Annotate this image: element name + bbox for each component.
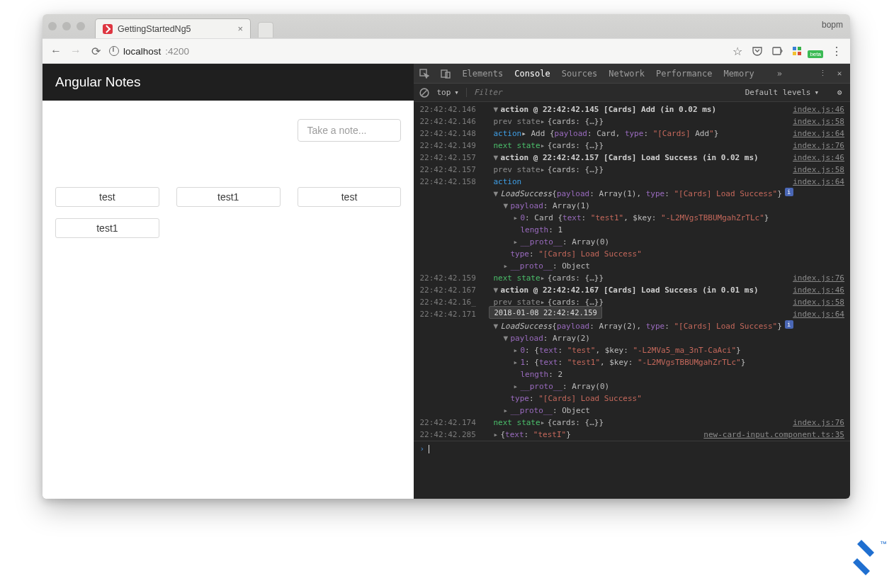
close-tab-icon[interactable]: × (237, 23, 243, 34)
app-body: testtest1testtest1 (43, 101, 414, 499)
console-line[interactable]: type: "[Cards] Load Success" (414, 248, 850, 260)
note-input-row (55, 119, 401, 142)
timestamp-tooltip: 2018-01-08 22:42:42.159 (489, 306, 601, 319)
devtools-tab-elements[interactable]: Elements (462, 69, 503, 79)
card-grid: testtest1testtest1 (55, 187, 401, 238)
chevron-down-icon: ▾ (454, 88, 459, 97)
url-port: :4200 (165, 46, 189, 57)
console-line[interactable]: 22:42:42.157prev state ▸{cards: {…}}inde… (414, 164, 850, 176)
svg-rect-2 (798, 47, 801, 50)
console-line[interactable]: ▼LoadSuccess {payload: Array(2), type: "… (414, 320, 850, 332)
console-line[interactable]: 22:42:42.158actionindex.js:64 (414, 176, 850, 188)
browser-tab[interactable]: GettingStartedNg5 × (95, 18, 251, 38)
devtools-tab-memory[interactable]: Memory (723, 69, 754, 79)
menu-icon[interactable]: ⋮ (830, 45, 843, 57)
console-line[interactable]: 22:42:42.159next state ▸{cards: {…}}inde… (414, 272, 850, 284)
back-button[interactable]: ← (50, 45, 62, 57)
console-line[interactable]: ▼payload: Array(1) (414, 200, 850, 212)
svg-rect-3 (793, 52, 796, 55)
console-settings-icon[interactable]: ⚙ (834, 88, 844, 98)
note-card[interactable]: test (55, 187, 159, 207)
console-line[interactable]: ▸__proto__: Object (414, 260, 850, 272)
star-icon[interactable]: ☆ (731, 45, 744, 57)
close-window-icon[interactable] (48, 22, 57, 30)
console-line[interactable]: 22:42:42.149next state ▸{cards: {…}}inde… (414, 140, 850, 152)
profile-label[interactable]: bopm (822, 20, 843, 30)
app-title: Angular Notes (43, 64, 414, 101)
chevron-down-icon: ▾ (814, 88, 819, 97)
console-line[interactable]: 22:42:42.167▼action @ 22:42:42.167 [Card… (414, 284, 850, 296)
console-toolbar: top ▾ Filter Default levels ▾ ⚙ (414, 84, 850, 102)
zoom-window-icon[interactable] (77, 22, 85, 30)
app-pane: Angular Notes testtest1testtest1 (43, 64, 414, 499)
angular-favicon-icon (103, 24, 113, 34)
filter-input[interactable]: Filter (466, 88, 502, 97)
console-line[interactable]: ▸__proto__: Array(0) (414, 236, 850, 248)
inspect-element-icon[interactable] (419, 69, 429, 79)
console-line[interactable]: ▸0: Card {text: "test1", $key: "-L2MVgsT… (414, 212, 850, 224)
console-line[interactable]: 22:42:42.285▸{text: "testI"}new-card-inp… (414, 429, 850, 441)
content-split: Angular Notes testtest1testtest1 Element… (43, 64, 850, 499)
console-line[interactable]: 22:42:42.157▼action @ 22:42:42.157 [Card… (414, 152, 850, 164)
url-field[interactable]: localhost:4200 (109, 46, 724, 57)
toptal-logo-icon: ™ (853, 540, 878, 578)
devtools-close-icon[interactable]: ✕ (834, 69, 844, 79)
devtools-pane: ElementsConsoleSourcesNetworkPerformance… (414, 64, 850, 499)
devtools-tab-performance[interactable]: Performance (656, 69, 712, 79)
devtools-tabs: ElementsConsoleSourcesNetworkPerformance… (414, 64, 850, 84)
site-info-icon[interactable] (109, 46, 119, 56)
tab-title: GettingStartedNg5 (118, 24, 191, 34)
svg-rect-6 (441, 70, 447, 77)
console-line[interactable]: ▸__proto__: Array(0) (414, 380, 850, 392)
console-output[interactable]: 22:42:42.146▼action @ 22:42:42.145 [Card… (414, 102, 850, 499)
clear-console-icon[interactable] (419, 88, 429, 98)
svg-rect-4 (798, 52, 801, 55)
console-line[interactable]: length: 2 (414, 368, 850, 380)
address-bar: ← → ⟳ localhost:4200 ☆ beta ⋮ (43, 38, 850, 64)
console-line[interactable]: 22:42:42.174next state ▸{cards: {…}}inde… (414, 417, 850, 429)
console-line[interactable]: ▼LoadSuccess {payload: Array(1), type: "… (414, 188, 850, 200)
log-levels-selector[interactable]: Default levels ▾ (745, 88, 819, 97)
console-line[interactable]: length: 1 (414, 224, 850, 236)
browser-window: GettingStartedNg5 × bopm ← → ⟳ localhost… (43, 14, 850, 499)
console-line[interactable]: type: "[Cards] Load Success" (414, 392, 850, 405)
svg-rect-0 (773, 47, 781, 55)
minimize-window-icon[interactable] (62, 22, 71, 30)
device-toggle-icon[interactable] (441, 69, 451, 79)
console-line[interactable]: 22:42:42.16_prev state ▸{cards: {…}}inde… (414, 296, 850, 308)
console-prompt[interactable]: › (414, 441, 850, 456)
console-line[interactable]: 22:42:42.146prev state ▸{cards: {…}}inde… (414, 115, 850, 128)
devtools-tab-console[interactable]: Console (514, 69, 550, 79)
forward-button[interactable]: → (69, 45, 82, 57)
new-tab-button[interactable] (258, 22, 273, 38)
devtools-tab-network[interactable]: Network (609, 69, 645, 79)
note-card[interactable]: test (298, 187, 402, 207)
context-selector[interactable]: top ▾ (436, 88, 459, 97)
tab-strip: GettingStartedNg5 × bopm (43, 14, 850, 38)
note-card[interactable]: test1 (176, 187, 281, 207)
url-host: localhost (123, 46, 161, 57)
devtools-more-tabs[interactable]: » (777, 69, 782, 79)
beta-icon[interactable] (791, 45, 803, 57)
toolbar-right: ☆ beta ⋮ (731, 45, 843, 58)
note-input[interactable] (298, 119, 401, 142)
traffic-lights (48, 22, 85, 30)
devtools-menu-icon[interactable]: ⋮ (817, 69, 827, 79)
note-card[interactable]: test1 (55, 218, 159, 238)
console-line[interactable]: 22:42:42.171actionindex.js:64 (414, 308, 850, 320)
devtools-tab-sources[interactable]: Sources (562, 69, 598, 79)
console-line[interactable]: ▼payload: Array(2) (414, 332, 850, 344)
console-line[interactable]: ▸1: {text: "test1", $key: "-L2MVgsTBBUMg… (414, 356, 850, 368)
console-line[interactable]: ▸0: {text: "test", $key: "-L2MVa5_ma_3nT… (414, 344, 850, 356)
beta-badge: beta (808, 50, 823, 58)
svg-rect-1 (793, 47, 796, 50)
reload-button[interactable]: ⟳ (89, 45, 102, 58)
console-line[interactable]: ▸__proto__: Object (414, 405, 850, 417)
console-line[interactable]: 22:42:42.148action ▸ Add {payload: Card,… (414, 128, 850, 140)
extension-icon[interactable] (771, 45, 783, 57)
console-line[interactable]: 22:42:42.146▼action @ 22:42:42.145 [Card… (414, 103, 850, 115)
pocket-icon[interactable] (751, 45, 764, 57)
